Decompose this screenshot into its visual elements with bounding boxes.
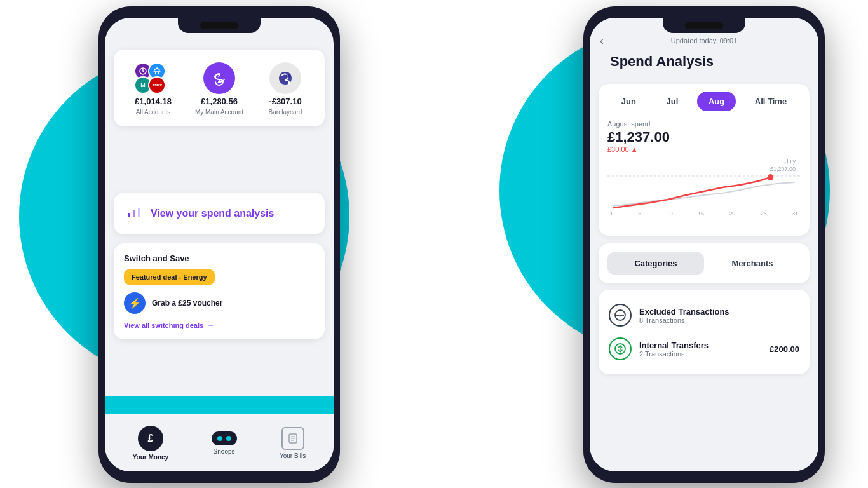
main-account-amount: £1,280.56 [201, 97, 238, 106]
diff-amount: £30.00 [607, 146, 629, 153]
period-tabs: Jun Jul Aug All Time [607, 92, 801, 111]
accounts-card: M AMEX £1,014.18 All Accounts £1,280.56 [114, 50, 325, 126]
svg-rect-6 [138, 208, 140, 217]
nav-item-bills[interactable]: Your Bills [280, 427, 306, 459]
voucher-text: Grab a £25 voucher [152, 299, 222, 308]
aug-amount: £1,237.00 [607, 129, 801, 146]
featured-badge: Featured deal - Energy [124, 269, 215, 285]
categories-merchants-card: Categories Merchants [599, 243, 810, 283]
snoops-dot-2 [226, 436, 231, 441]
svg-point-12 [768, 174, 774, 180]
period-card: Jun Jul Aug All Time August spend £1,237… [599, 84, 810, 236]
svg-rect-4 [128, 213, 130, 217]
diff-arrow: ▲ [631, 146, 638, 153]
transfer-icon [609, 337, 632, 360]
money-icon: £ [138, 426, 163, 451]
updated-text: Updated today, 09:01 [671, 37, 737, 44]
internal-name: Internal Transfers [639, 341, 762, 350]
transaction-excluded[interactable]: Excluded Transactions 8 Transactions [609, 299, 799, 332]
spend-analysis-card[interactable]: View your spend analysis [114, 193, 325, 234]
tab-merchants[interactable]: Merchants [704, 252, 801, 274]
view-deals-link[interactable]: View all switching deals → [124, 322, 315, 329]
spend-analysis-title: Spend Analysis [600, 50, 808, 78]
nav-label-snoops: Snoops [214, 448, 235, 455]
camera-left [200, 22, 238, 29]
bills-icon [281, 427, 304, 450]
axis-15: 15 [698, 210, 704, 217]
phone-screen-left: M AMEX £1,014.18 All Accounts £1,280.56 [105, 18, 334, 471]
account-item-barclays[interactable]: -£307.10 Barclaycard [252, 62, 318, 116]
main-account-icon [203, 62, 235, 94]
switch-title: Switch and Save [124, 254, 315, 263]
tab-all-time[interactable]: All Time [743, 92, 798, 111]
teal-wave [105, 396, 334, 416]
axis-10: 10 [667, 210, 673, 217]
arrow-icon: → [207, 322, 214, 329]
excluded-info: Excluded Transactions 8 Transactions [639, 307, 799, 324]
nav-item-your-money[interactable]: £ Your Money [133, 426, 168, 461]
axis-31: 31 [792, 210, 798, 217]
lightning-icon: ⚡ [124, 292, 146, 314]
axis-20: 20 [729, 210, 735, 217]
view-deals-text: View all switching deals [124, 322, 203, 329]
main-account-label: My Main Account [195, 109, 243, 116]
back-row: ‹ Updated today, 09:01 [600, 37, 808, 44]
svg-rect-2 [158, 72, 159, 74]
chart-axis: 1 5 10 15 20 25 31 [607, 210, 801, 217]
account-item-all[interactable]: M AMEX £1,014.18 All Accounts [120, 62, 186, 116]
phone-screen-right: ‹ Updated today, 09:01 Spend Analysis Ju… [590, 18, 818, 471]
tab-aug[interactable]: Aug [697, 92, 736, 111]
notch-left [178, 18, 261, 33]
nav-item-snoops[interactable]: Snoops [212, 431, 237, 455]
nav-label-bills: Your Bills [280, 452, 306, 459]
barclays-icon [269, 62, 301, 94]
nav-label-your-money: Your Money [133, 454, 168, 461]
snoops-icon [212, 431, 237, 445]
back-button[interactable]: ‹ [600, 34, 604, 48]
tab-categories[interactable]: Categories [607, 252, 704, 274]
camera-right [685, 22, 723, 29]
axis-25: 25 [761, 210, 767, 217]
accounts-row: M AMEX £1,014.18 All Accounts £1,280.56 [120, 62, 318, 116]
barclays-label: Barclaycard [269, 109, 302, 116]
axis-5: 5 [638, 210, 641, 217]
excluded-count: 8 Transactions [639, 316, 799, 324]
bottom-nav: £ Your Money Snoops [105, 414, 334, 471]
barclays-amount: -£307.10 [269, 97, 301, 106]
internal-amount: £200.00 [770, 344, 799, 354]
internal-count: 2 Transactions [639, 350, 762, 358]
axis-1: 1 [610, 210, 613, 217]
svg-rect-5 [133, 210, 135, 217]
voucher-row: ⚡ Grab a £25 voucher [124, 292, 315, 314]
notch-right [663, 18, 745, 33]
switch-save-card: Switch and Save Featured deal - Energy ⚡… [114, 243, 325, 339]
svg-point-3 [286, 74, 290, 78]
transactions-card: Excluded Transactions 8 Transactions Int… [599, 290, 810, 374]
chart-area: July £1,207.00 1 5 10 15 [607, 158, 801, 228]
internal-info: Internal Transfers 2 Transactions [639, 341, 762, 358]
aug-diff: £30.00 ▲ [607, 146, 801, 153]
right-phone: ‹ Updated today, 09:01 Spend Analysis Ju… [583, 6, 825, 483]
icon-amex: AMEX [148, 76, 166, 94]
snoops-dot-1 [217, 436, 222, 441]
svg-rect-1 [155, 72, 156, 74]
all-accounts-icons: M AMEX [134, 62, 172, 94]
tab-jul[interactable]: Jul [655, 92, 690, 111]
all-accounts-amount: £1,014.18 [135, 97, 172, 106]
transaction-internal[interactable]: Internal Transfers 2 Transactions £200.0… [609, 332, 799, 365]
excluded-name: Excluded Transactions [639, 307, 799, 316]
chart-july-label: July £1,207.00 [770, 158, 796, 173]
left-phone: M AMEX £1,014.18 All Accounts £1,280.56 [98, 6, 340, 483]
chart-icon [126, 204, 142, 223]
aug-spend-label: August spend [607, 120, 801, 128]
account-item-main[interactable]: £1,280.56 My Main Account [186, 62, 252, 116]
spend-analysis-label: View your spend analysis [151, 208, 274, 219]
all-accounts-label: All Accounts [136, 109, 170, 116]
excluded-icon [609, 304, 632, 327]
tab-jun[interactable]: Jun [610, 92, 648, 111]
